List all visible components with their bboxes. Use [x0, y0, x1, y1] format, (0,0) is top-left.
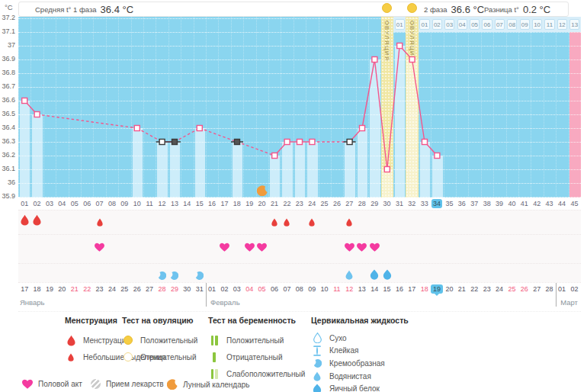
cycle-day-number-row: 0102030405060708091011121314151617181920… — [18, 198, 581, 210]
menstruation-cell — [181, 210, 193, 235]
temp-marker — [435, 153, 440, 159]
cycle-day-number[interactable]: 43 — [543, 198, 555, 210]
cycle-day-number[interactable]: 12 — [156, 198, 168, 210]
cycle-day-number[interactable]: 35 — [443, 198, 455, 210]
moon-icon — [166, 379, 178, 390]
cycle-day-number[interactable]: 05 — [69, 198, 81, 210]
legend-item: Водянистая — [311, 370, 409, 383]
intercourse-cell — [556, 235, 568, 264]
calendar-date: 09 — [306, 283, 318, 295]
menstruation-cell — [93, 210, 105, 235]
intercourse-heart-icon — [345, 241, 354, 255]
calendar-date: 03 — [231, 283, 243, 295]
cycle-day-number[interactable]: 15 — [193, 198, 205, 210]
fluid-cell — [281, 264, 293, 283]
cycle-day-number[interactable]: 41 — [518, 198, 531, 210]
temp-diff-label: Разница t° — [484, 5, 519, 14]
cycle-day-number[interactable]: 31 — [393, 198, 406, 210]
cycle-day-number[interactable]: 03 — [43, 198, 56, 210]
cycle-day-number[interactable]: 01 — [18, 198, 30, 210]
intercourse-cell — [93, 235, 105, 264]
cycle-day-number[interactable]: 21 — [268, 198, 281, 210]
circle-outline-icon — [122, 352, 134, 361]
cycle-day-number[interactable]: 30 — [380, 198, 393, 210]
fluid-creamy-icon — [158, 269, 166, 283]
cycle-day-number[interactable]: 25 — [318, 198, 330, 210]
cycle-day-number[interactable]: 44 — [556, 198, 568, 210]
intercourse-cell — [393, 235, 406, 264]
menstruation-cell — [268, 210, 281, 235]
cycle-day-number[interactable]: 38 — [480, 198, 492, 210]
cycle-day-number[interactable]: 09 — [118, 198, 130, 210]
bar-1-icon — [208, 352, 220, 362]
avg-phase1-label: Средняя t° 1 фаза — [35, 5, 97, 14]
legend-item: Сухо — [311, 332, 409, 345]
menstruation-cell — [218, 210, 230, 235]
menstruation-cell — [493, 210, 505, 235]
intercourse-heart-icon — [95, 241, 104, 255]
calendar-date: 07 — [281, 283, 293, 295]
cycle-day-number[interactable]: 19 — [243, 198, 255, 210]
cycle-day-number[interactable]: 22 — [281, 198, 293, 210]
calendar-date: 14 — [368, 283, 380, 295]
intercourse-cell — [268, 235, 281, 264]
cycle-day-number[interactable]: 27 — [343, 198, 355, 210]
cycle-day-number[interactable]: 29 — [368, 198, 380, 210]
menstruation-cell — [206, 210, 218, 235]
intercourse-cell — [131, 235, 143, 264]
legend-group: Тест на беременностьПоложительныйОтрицат… — [208, 316, 305, 382]
temp-marker — [172, 140, 178, 145]
fluid-cell — [255, 264, 268, 283]
fluid-cell — [106, 264, 118, 283]
cycle-day-number[interactable]: 28 — [356, 198, 368, 210]
cycle-day-number[interactable]: 13 — [168, 198, 181, 210]
intercourse-cell — [294, 235, 306, 264]
cycle-day-number[interactable]: 06 — [81, 198, 93, 210]
intercourse-cell — [156, 235, 168, 264]
chart-header-bar: Средняя t° 1 фаза 36.4 °C 2 фаза 36.6 °C… — [18, 2, 569, 17]
cycle-day-number[interactable]: 26 — [331, 198, 343, 210]
legend-item: Положительный — [122, 332, 197, 349]
cycle-day-number[interactable]: 33 — [419, 198, 431, 210]
cycle-day-number[interactable]: 40 — [505, 198, 518, 210]
cycle-day-number[interactable]: 32 — [406, 198, 418, 210]
cycle-day-number[interactable]: 23 — [294, 198, 306, 210]
cycle-day-number[interactable]: 34 — [431, 198, 443, 210]
intercourse-cell — [81, 235, 93, 264]
cycle-day-number[interactable]: 16 — [206, 198, 218, 210]
cycle-day-number[interactable]: 24 — [306, 198, 318, 210]
cycle-day-number[interactable]: 45 — [568, 198, 580, 210]
legend-footer-item: Лунный календарь — [166, 379, 250, 390]
cycle-day-number[interactable]: 08 — [106, 198, 118, 210]
cycle-day-number[interactable]: 07 — [93, 198, 105, 210]
cycle-day-number[interactable]: 17 — [218, 198, 230, 210]
menstruation-cell — [380, 210, 393, 235]
fluid-creamy-icon — [195, 269, 204, 283]
cycle-day-number[interactable]: 18 — [231, 198, 243, 210]
bars-weak-icon — [208, 369, 220, 379]
cycle-day-number[interactable]: 37 — [468, 198, 480, 210]
intercourse-cell — [281, 235, 293, 264]
menstruation-cell — [156, 210, 168, 235]
intercourse-cell — [368, 235, 380, 264]
intercourse-heart-icon — [370, 241, 380, 255]
cycle-day-number[interactable]: 04 — [56, 198, 68, 210]
cycle-day-number[interactable]: 11 — [143, 198, 156, 210]
creamy-icon — [311, 359, 323, 368]
cycle-day-number[interactable]: 42 — [531, 198, 543, 210]
cycle-day-number[interactable]: 20 — [255, 198, 268, 210]
sticky-icon — [311, 345, 323, 356]
y-axis-tick: 36.2 — [0, 151, 15, 159]
cycle-day-number[interactable]: 14 — [181, 198, 193, 210]
legend-group-title: Цервикальная жидкость — [311, 316, 409, 325]
legend-group: Тест на овуляциюПоложительныйОтрицательн… — [122, 316, 197, 365]
temp-marker — [372, 57, 377, 63]
legend-item-label: Положительный — [140, 336, 197, 345]
intercourse-cell — [168, 235, 181, 264]
cycle-day-number[interactable]: 39 — [493, 198, 505, 210]
cycle-day-number[interactable]: 36 — [456, 198, 468, 210]
ovulation-test-positive-icon — [407, 3, 417, 13]
intercourse-cell — [543, 235, 555, 264]
cycle-day-number[interactable]: 02 — [30, 198, 43, 210]
cycle-day-number[interactable]: 10 — [131, 198, 143, 210]
